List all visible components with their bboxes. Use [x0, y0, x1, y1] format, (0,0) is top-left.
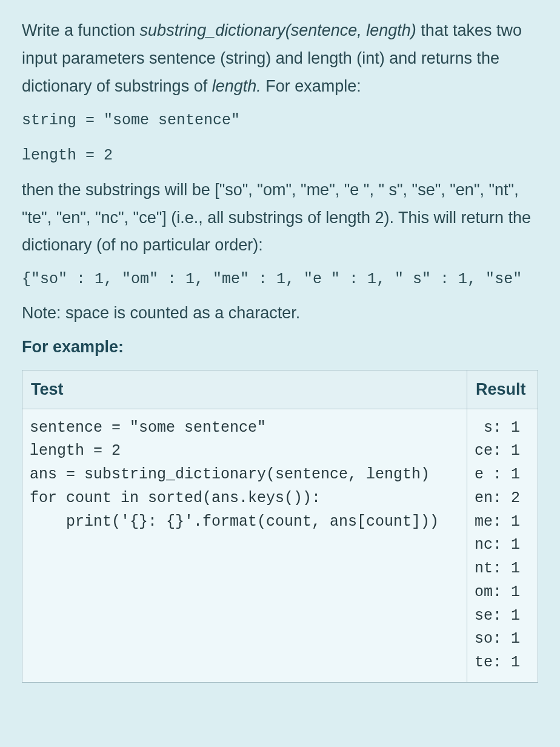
test-code-cell: sentence = "some sentence" length = 2 an… [22, 409, 467, 682]
intro-text-3: For example: [261, 77, 361, 95]
intro-paragraph: Write a function substring_dictionary(se… [22, 17, 538, 101]
note-paragraph: Note: space is counted as a character. [22, 300, 538, 326]
for-example-label: For example: [22, 338, 538, 357]
header-result: Result [467, 370, 538, 409]
question-body: Write a function substring_dictionary(se… [0, 0, 560, 705]
table-row: sentence = "some sentence" length = 2 an… [22, 409, 538, 682]
example-input-code: string = "some sentence" length = 2 [22, 112, 538, 164]
length-emphasis: length. [212, 77, 261, 95]
example-table: Test Result sentence = "some sentence" l… [22, 370, 538, 683]
intro-text-1: Write a function [22, 21, 140, 39]
result-cell: s: 1 ce: 1 e : 1 en: 2 me: 1 nc: 1 nt: 1… [467, 409, 538, 682]
example-output-code: {"so" : 1, "om" : 1, "me" : 1, "e " : 1,… [22, 270, 538, 288]
function-signature: substring_dictionary(sentence, length) [140, 21, 416, 39]
substrings-paragraph: then the substrings will be ["so", "om",… [22, 176, 538, 260]
table-header-row: Test Result [22, 370, 538, 409]
header-test: Test [22, 370, 467, 409]
